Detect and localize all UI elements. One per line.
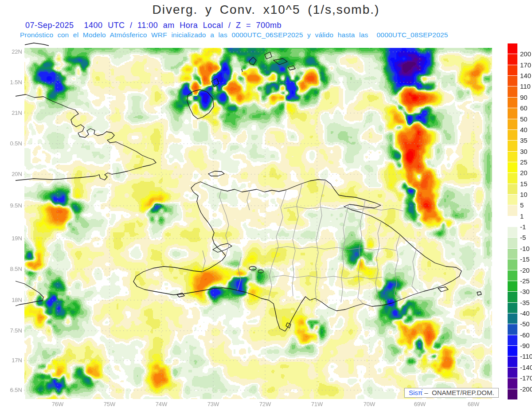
colorbar-tick-label: -5 (520, 234, 526, 241)
colorbar-tick-label: 5 (520, 201, 524, 209)
colorbar-cell (508, 356, 517, 367)
colorbar-cell (508, 54, 517, 64)
lat-tick-label: 20N (3, 171, 22, 177)
colorbar-cell (508, 378, 517, 388)
colorbar-tick-label: -20 (520, 266, 530, 274)
colorbar-tick-label: 140 (520, 72, 531, 79)
colorbar-tick-label: 10 (520, 191, 528, 198)
watermark-box: Sisπ́ – ONAMET/REP.DOM. (404, 388, 499, 398)
colorbar-cell (508, 119, 517, 129)
colorbar-cell (508, 292, 517, 302)
colorbar-cell (508, 238, 517, 248)
lon-tick-label: 75W (100, 401, 119, 407)
colorbar-cell (508, 389, 517, 399)
lon-tick-label: 74W (152, 401, 171, 407)
lat-tick-label: 8.5N (3, 266, 22, 272)
colorbar-cell (508, 303, 517, 313)
colorbar-tick-label: -200 (520, 385, 532, 393)
colorbar-cell (508, 152, 517, 162)
colorbar-cell (508, 270, 517, 281)
lat-tick-label: 6.5N (3, 387, 22, 393)
colorbar-cell (508, 216, 517, 227)
colorbar-tick-label: 30 (520, 148, 528, 155)
colorbar-tick-label: -25 (520, 277, 530, 285)
lon-tick-label: 73W (203, 401, 223, 407)
colorbar-cell (508, 335, 517, 345)
colorbar-tick-label: -15 (520, 255, 530, 263)
lat-tick-label: 7.5N (3, 327, 22, 334)
colorbar-cell (508, 346, 517, 356)
colorbar-tick-label: -170 (520, 374, 532, 382)
colorbar-tick-label: 200 (520, 50, 531, 58)
watermark-org: ONAMET/REP.DOM. (432, 389, 494, 396)
lat-tick-label: 21N (3, 110, 22, 116)
colorbar-cell (508, 108, 517, 118)
colorbar-cell (508, 313, 517, 324)
colorbar-tick-label: -50 (520, 320, 530, 328)
colorbar-tick-label: -140 (520, 364, 532, 371)
colorbar-tick-label: 20 (520, 169, 528, 176)
colorbar-cell (508, 184, 517, 194)
colorbar-tick-label: 40 (520, 126, 528, 133)
colorbar-tick-label: 25 (520, 158, 528, 166)
weather-map-page: Diverg. y Conv. x10^5 (1/s,somb.) 07-Sep… (0, 0, 532, 411)
colorbar-cell (508, 65, 517, 75)
lon-tick-label: 69W (410, 401, 430, 407)
colorbar-cell (508, 227, 517, 237)
colorbar (508, 43, 517, 399)
colorbar-cell (508, 205, 517, 215)
page-title: Diverg. y Conv. x10^5 (1/s,somb.) (0, 3, 532, 17)
colorbar-cell (508, 324, 517, 334)
colorbar-cell (508, 130, 517, 140)
colorbar-tick-label: -30 (520, 288, 530, 295)
watermark-brand: Sisπ́ (409, 389, 422, 396)
colorbar-tick-label: 60 (520, 104, 528, 112)
lon-tick-label: 72W (255, 401, 275, 407)
lon-tick-label: 71W (307, 401, 327, 407)
colorbar-cell (508, 141, 517, 151)
colorbar-cell (508, 86, 517, 97)
colorbar-cell (508, 98, 517, 108)
colorbar-cell (508, 259, 517, 270)
colorbar-tick-label: -10 (520, 245, 530, 252)
colorbar-tick-label: -90 (520, 342, 530, 349)
lat-tick-label: 18N (3, 297, 22, 303)
colorbar-cell (508, 43, 517, 54)
colorbar-cell (508, 249, 517, 259)
lat-tick-label: 9.5N (3, 202, 22, 209)
coastline-bahamas-sliver (25, 43, 49, 46)
colorbar-tick-label: 1 (520, 212, 524, 220)
valid-time-subtitle: 07-Sep-2025 1400 UTC / 11:00 am Hora Loc… (25, 21, 282, 30)
colorbar-cell (508, 162, 517, 172)
colorbar-tick-label: 15 (520, 180, 528, 188)
colorbar-cell (508, 281, 517, 291)
lat-tick-label: 1.5N (3, 79, 22, 86)
colorbar-tick-label: -110 (520, 352, 532, 360)
colorbar-tick-label: 90 (520, 94, 528, 101)
lat-tick-label: 22N (3, 48, 22, 55)
lon-tick-label: 68W (464, 401, 483, 407)
colorbar-cell (508, 76, 517, 86)
colorbar-cell (508, 195, 517, 205)
lat-tick-label: 0.5N (3, 140, 22, 147)
colorbar-cell (508, 173, 517, 183)
colorbar-tick-label: 50 (520, 115, 528, 123)
colorbar-tick-label: 35 (520, 137, 528, 144)
lat-tick-label: 19N (3, 235, 22, 242)
colorbar-tick-label: 110 (520, 82, 531, 90)
divergence-field-canvas (24, 48, 492, 399)
lon-tick-label: 70W (360, 401, 379, 407)
colorbar-tick-label: -60 (520, 331, 530, 339)
lat-tick-label: 17N (3, 357, 22, 364)
watermark-separator: – (422, 389, 432, 396)
colorbar-tick-label: -40 (520, 309, 530, 317)
colorbar-tick-label: -1 (520, 223, 526, 231)
colorbar-tick-label: -35 (520, 299, 530, 306)
colorbar-cell (508, 368, 517, 378)
lon-tick-label: 76W (48, 401, 67, 407)
colorbar-tick-label: 170 (520, 61, 531, 69)
model-init-subtitle: Pronóstico con el Modelo Atmósferico WRF… (20, 31, 448, 39)
